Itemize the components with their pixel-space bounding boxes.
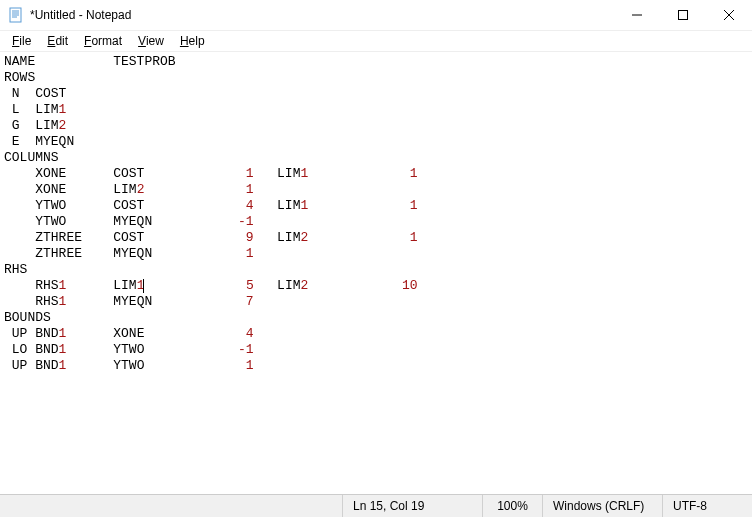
maximize-button[interactable] [660, 0, 706, 30]
svg-rect-6 [679, 11, 688, 20]
text-editor[interactable]: NAME TESTPROB ROWS N COST L LIM1 G LIM2 … [0, 52, 752, 376]
notepad-window: *Untitled - Notepad File Edit Format Vie… [0, 0, 752, 517]
menu-help[interactable]: Help [172, 33, 213, 49]
status-zoom: 100% [482, 495, 542, 517]
status-spacer [0, 495, 342, 517]
close-button[interactable] [706, 0, 752, 30]
menu-bar: File Edit Format View Help [0, 31, 752, 51]
minimize-button[interactable] [614, 0, 660, 30]
menu-format[interactable]: Format [76, 33, 130, 49]
menu-view[interactable]: View [130, 33, 172, 49]
editor-scroll[interactable]: NAME TESTPROB ROWS N COST L LIM1 G LIM2 … [0, 51, 752, 494]
window-title: *Untitled - Notepad [30, 8, 131, 22]
notepad-icon [8, 7, 24, 23]
status-eol: Windows (CRLF) [542, 495, 662, 517]
title-bar: *Untitled - Notepad [0, 0, 752, 31]
status-encoding: UTF-8 [662, 495, 752, 517]
status-position: Ln 15, Col 19 [342, 495, 482, 517]
status-bar: Ln 15, Col 19 100% Windows (CRLF) UTF-8 [0, 494, 752, 517]
menu-file[interactable]: File [4, 33, 39, 49]
menu-edit[interactable]: Edit [39, 33, 76, 49]
